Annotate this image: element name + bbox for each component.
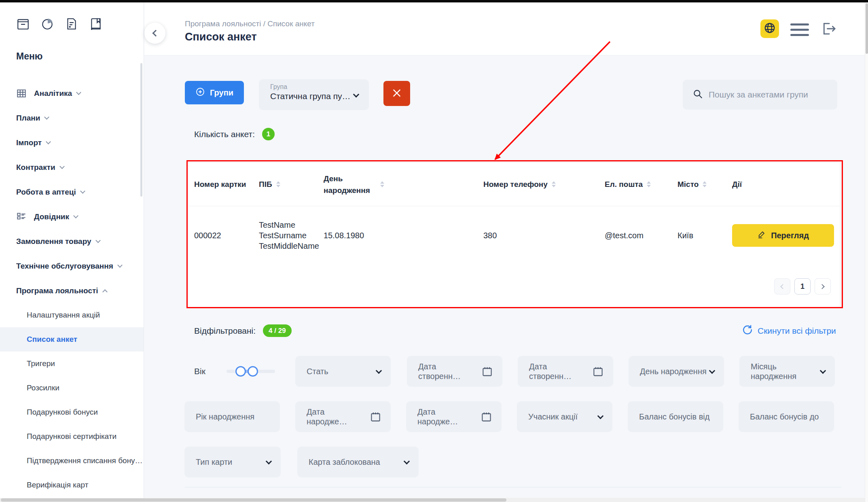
- chevron-up-icon: [102, 289, 108, 294]
- reset-filters-label: Скинути всі фільтри: [758, 326, 836, 336]
- reset-filters-link[interactable]: Скинути всі фільтри: [742, 324, 836, 337]
- vertical-scrollbar-thumb[interactable]: [866, 3, 868, 54]
- breadcrumb[interactable]: Програма лояльності / Список анкет: [185, 19, 315, 28]
- chevron-down-icon: [709, 367, 716, 374]
- sidebar-item-label: Довідник: [34, 212, 69, 221]
- column-card-number: Номер картки: [194, 180, 259, 189]
- vertical-scrollbar[interactable]: [865, 2, 868, 502]
- sidebar-item-goods-order[interactable]: Замовлення товару: [0, 229, 144, 254]
- book-icon[interactable]: [89, 17, 103, 31]
- chevron-down-icon: [376, 367, 382, 374]
- language-button[interactable]: [760, 19, 779, 38]
- filter-birth-day-select[interactable]: День народження: [629, 356, 724, 387]
- filtered-summary: Відфільтровані: 4 / 29: [194, 324, 292, 337]
- pagination-page-1[interactable]: 1: [794, 278, 811, 294]
- chevron-down-icon: [95, 238, 101, 243]
- groups-button-label: Групи: [210, 88, 233, 97]
- chevron-down-icon: [59, 164, 65, 169]
- sort-icon[interactable]: [647, 181, 651, 187]
- filter-card-type-select[interactable]: Тип карти: [184, 447, 281, 477]
- sidebar-item-label: Замовлення товару: [16, 237, 91, 246]
- sidebar-subitem-gift-bonuses[interactable]: Подарункові бонуси: [0, 400, 144, 424]
- sidebar-subitem-gift-certificates[interactable]: Подарункові сертифікати: [0, 424, 144, 449]
- filter-gender-select[interactable]: Стать: [295, 356, 391, 387]
- logout-button[interactable]: [820, 20, 837, 39]
- slider-handle-min[interactable]: [235, 366, 246, 377]
- sidebar-subitem-bonus-writeoff-confirm[interactable]: Підтвердження списання бону…: [0, 449, 144, 473]
- group-select-value: Статична група пу…: [270, 91, 360, 101]
- cell-card-number: 000022: [194, 231, 259, 240]
- column-birthday[interactable]: День народження: [324, 173, 483, 196]
- sort-icon[interactable]: [703, 181, 707, 187]
- column-actions: Дії: [732, 180, 840, 189]
- search-input[interactable]: [709, 90, 828, 100]
- archive-icon[interactable]: [16, 17, 30, 31]
- annotation-arrow: [465, 36, 643, 169]
- sidebar-item-label: Контракти: [16, 163, 55, 172]
- pagination-next-button[interactable]: [815, 278, 831, 294]
- slider-handle-max[interactable]: [248, 366, 258, 377]
- sidebar-subitem-mailings[interactable]: Розсилки: [0, 376, 144, 400]
- horizontal-scrollbar[interactable]: [0, 498, 865, 502]
- document-icon[interactable]: [65, 17, 78, 31]
- cell-phone: 380: [483, 231, 605, 240]
- filter-promo-participant-select[interactable]: Учасник акції: [517, 401, 612, 432]
- chevron-down-icon: [404, 458, 410, 464]
- sidebar-item-directory[interactable]: Довідник: [0, 204, 144, 229]
- chevron-down-icon: [46, 139, 51, 144]
- sort-icon[interactable]: [276, 181, 280, 187]
- filter-bonus-balance-to[interactable]: Баланс бонусів до: [739, 401, 834, 432]
- calendar-icon: [481, 411, 492, 422]
- column-phone[interactable]: Номер телефону: [483, 180, 605, 189]
- sidebar-collapse-button[interactable]: [144, 23, 165, 44]
- view-button[interactable]: Перегляд: [732, 224, 834, 247]
- column-name[interactable]: ПІБ: [259, 180, 324, 189]
- filtered-badge: 4 / 29: [263, 324, 292, 337]
- pie-chart-icon[interactable]: [40, 17, 54, 31]
- sidebar-item-label: Аналітика: [34, 89, 72, 98]
- sidebar-scrollbar[interactable]: [140, 63, 142, 197]
- groups-button[interactable]: Групи: [185, 81, 244, 104]
- sidebar-subitem-card-verification[interactable]: Верифікація карт: [0, 473, 144, 497]
- sidebar-item-contracts[interactable]: Контракти: [0, 155, 144, 180]
- sort-icon[interactable]: [380, 181, 384, 187]
- filter-birth-date-to[interactable]: Дата народже…: [406, 401, 502, 432]
- horizontal-scrollbar-thumb[interactable]: [1, 498, 506, 502]
- column-city[interactable]: Місто: [677, 180, 732, 189]
- age-range-slider[interactable]: [227, 370, 275, 373]
- chevron-down-icon: [44, 114, 50, 120]
- filter-birth-year-input[interactable]: Рік народження: [184, 401, 280, 432]
- sidebar-subitem-triggers[interactable]: Тригери: [0, 352, 144, 376]
- clear-group-button[interactable]: [383, 81, 410, 106]
- filter-created-date-to[interactable]: Дата створенн…: [518, 356, 613, 387]
- sidebar-item-label: Робота в аптеці: [16, 188, 76, 197]
- sidebar-item-plans[interactable]: Плани: [0, 106, 144, 130]
- column-email[interactable]: Ел. пошта: [605, 180, 677, 189]
- chevron-down-icon: [266, 458, 272, 464]
- sidebar-subitem-label: Подарункові бонуси: [27, 408, 98, 417]
- group-select[interactable]: Група Статична група пу…: [259, 79, 369, 110]
- sidebar-subitem-promo-settings[interactable]: Налаштування акцій: [0, 303, 144, 327]
- sidebar-subitem-label: Налаштування акцій: [27, 311, 100, 320]
- filter-birth-date-from[interactable]: Дата народже…: [295, 401, 391, 432]
- edit-pencil-icon: [757, 230, 766, 241]
- filter-birth-month-select[interactable]: Місяць народження: [739, 356, 835, 387]
- sidebar-item-pharmacy-work[interactable]: Робота в аптеці: [0, 180, 144, 204]
- sidebar-item-analytics[interactable]: Аналітика: [0, 81, 144, 106]
- sidebar-item-maintenance[interactable]: Технічне обслуговування: [0, 254, 144, 278]
- sort-icon[interactable]: [552, 181, 556, 187]
- filter-created-date-from[interactable]: Дата створенн…: [407, 356, 502, 387]
- page-header: [144, 2, 865, 55]
- bottom-divider: [185, 487, 841, 487]
- sidebar-item-loyalty-program[interactable]: Програма лояльності: [0, 278, 144, 303]
- chevron-left-icon: [780, 284, 785, 289]
- page-title: Список анкет: [185, 31, 257, 43]
- filter-card-blocked-select[interactable]: Карта заблокована: [297, 447, 419, 477]
- sidebar-subitem-questionnaire-list[interactable]: Список анкет: [0, 327, 144, 352]
- sidebar-item-import[interactable]: Імпорт: [0, 130, 144, 155]
- hamburger-menu-button[interactable]: [790, 23, 809, 36]
- pagination-prev-button[interactable]: [774, 278, 790, 294]
- filter-bonus-balance-from[interactable]: Баланс бонусів від: [628, 401, 723, 432]
- questionnaire-table: Номер картки ПІБ День народження Номер т…: [188, 163, 840, 307]
- sidebar-nav: Аналітика Плани Імпорт Контракти Робота …: [0, 81, 144, 497]
